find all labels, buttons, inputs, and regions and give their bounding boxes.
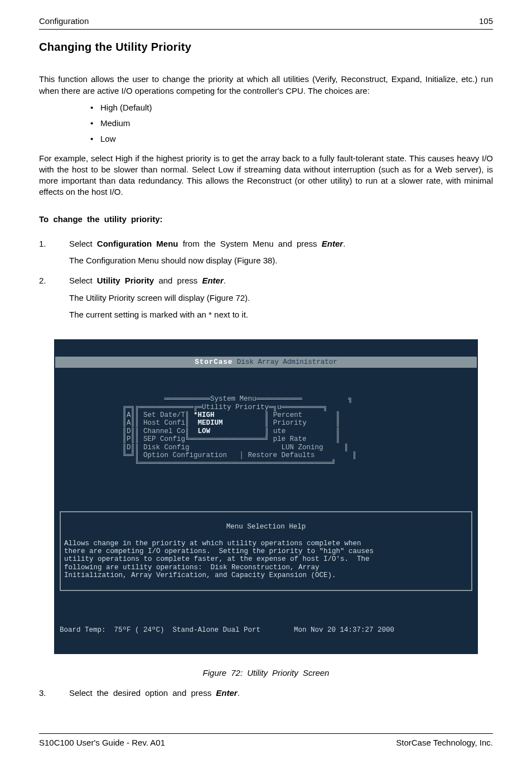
step-2: 2. Select Utility Priority and press Ent… xyxy=(39,275,493,326)
step-note: The current setting is marked with an * … xyxy=(69,309,493,320)
terminal-title-rest: Disk Array Administrator xyxy=(233,358,337,366)
terminal-titlebar: StorCase Disk Array Administrator xyxy=(55,357,477,368)
terminal-row: ║A║║ Set Date/T║ *HIGH ║ Percent ║ xyxy=(60,411,340,419)
running-header-left: Configuration xyxy=(39,16,89,27)
step-key: Enter xyxy=(322,239,343,248)
figure-caption: Figure 72: Utility Priority Screen xyxy=(39,667,493,679)
page-title: Changing the Utility Priority xyxy=(39,40,493,55)
footer-left: S10C100 User's Guide - Rev. A01 xyxy=(39,737,165,748)
step-text: . xyxy=(343,239,345,248)
page-number: 105 xyxy=(479,16,493,27)
terminal-screenshot: StorCase Disk Array Administrator ══════… xyxy=(39,339,493,654)
step-number: 3. xyxy=(39,688,69,704)
list-item: Medium xyxy=(100,118,493,129)
step-text: . xyxy=(238,688,240,698)
choices-list: High (Default) Medium Low xyxy=(39,102,493,145)
step-text: from the System Menu and press xyxy=(178,239,322,248)
example-paragraph: For example, select High if the highest … xyxy=(39,153,493,198)
terminal-help-box: Menu Selection Help Allows change in the… xyxy=(60,511,472,591)
terminal-brand: StorCase xyxy=(195,358,233,366)
list-item: High (Default) xyxy=(100,102,493,113)
step-key: Enter xyxy=(216,688,237,698)
step-text: Select xyxy=(69,276,97,285)
step-note: The Configuration Menu should now displa… xyxy=(69,255,493,266)
procedure-steps-cont: 3. Select the desired option and press E… xyxy=(39,688,493,704)
terminal-help-text: Allows change in the priority at which u… xyxy=(64,540,374,580)
footer-right: StorCase Technology, Inc. xyxy=(396,737,493,748)
step-text: . xyxy=(224,276,226,285)
step-note: The Utility Priority screen will display… xyxy=(69,292,493,304)
procedure-heading: To change the utility priority: xyxy=(39,214,493,225)
step-text: and press xyxy=(154,276,202,285)
terminal-system-menu: ═══════════System Menu═══════════ ╗ xyxy=(60,395,352,403)
terminal-row: ╚═╝║ Option Configuration │ Restore Defa… xyxy=(60,451,357,459)
terminal-status-right: Mon Nov 20 14:37:27 2000 xyxy=(294,626,394,634)
step-text: Select xyxy=(69,239,97,248)
step-1: 1. Select Configuration Menu from the Sy… xyxy=(39,238,493,272)
step-bold: Configuration Menu xyxy=(97,239,178,248)
step-key: Enter xyxy=(202,276,223,285)
terminal-row-bottom: ╚═══════════════════════════════════════… xyxy=(60,459,336,467)
terminal-row: ║P║║ SEP Config╚══════════════════╝ ple … xyxy=(60,435,340,443)
step-number: 2. xyxy=(39,275,69,326)
page-footer: S10C100 User's Guide - Rev. A01 StorCase… xyxy=(39,733,493,748)
terminal-status-left: Board Temp: 75ºF ( 24ºC) Stand-Alone Dua… xyxy=(60,626,260,634)
terminal-help-title: Menu Selection Help xyxy=(225,523,307,531)
terminal-row: ║D║║ Disk Config LUN Zoning ║ xyxy=(60,444,349,451)
terminal-row: ║D║║ Channel Co║ LOW ║ ute ║ xyxy=(60,427,340,435)
terminal-row: ║A║║ Host Confi║ MEDIUM ║ Priority ║ xyxy=(60,419,340,427)
step-bold: Utility Priority xyxy=(97,276,154,285)
header-rule xyxy=(39,29,493,30)
terminal-status-bar: Board Temp: 75ºF ( 24ºC) Stand-Alone Dua… xyxy=(55,625,477,636)
terminal-utility-priority: ╔═╗╔═════════════╔═Utility Priority═╗u══… xyxy=(60,403,327,411)
list-item: Low xyxy=(100,133,493,145)
procedure-steps: 1. Select Configuration Menu from the Sy… xyxy=(39,238,493,326)
step-number: 1. xyxy=(39,238,69,272)
step-3: 3. Select the desired option and press E… xyxy=(39,688,493,704)
step-text: Select the desired option and press xyxy=(69,688,216,698)
intro-paragraph: This function allows the user to change … xyxy=(39,74,493,97)
